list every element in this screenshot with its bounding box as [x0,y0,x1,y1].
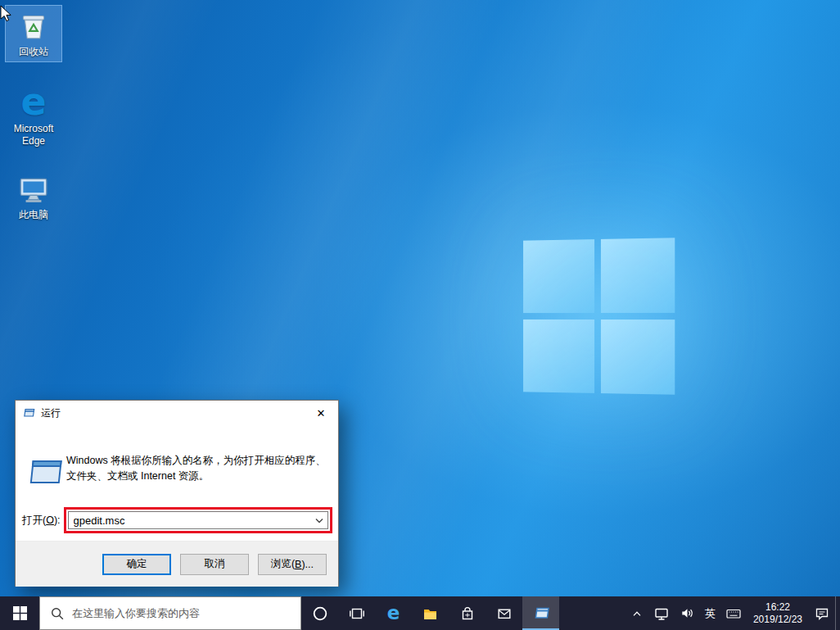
desktop-icon-microsoft-edge[interactable]: e Microsoft Edge [5,79,62,152]
edge-icon: e [20,83,46,120]
cancel-button[interactable]: 取消 [180,554,249,575]
search-icon [50,606,65,621]
taskbar-store-button[interactable] [449,596,485,630]
clock-date: 2019/12/23 [753,614,802,626]
chevron-up-icon [630,607,644,620]
action-center-button[interactable] [809,596,835,630]
browse-label-pre: 浏览( [271,557,295,571]
recycle-bin-icon [16,9,51,43]
mail-icon [496,605,513,622]
open-label-post: ): [54,514,61,526]
ime-label: 英 [705,606,716,621]
open-label-pre: 打开( [22,514,46,526]
taskbar: 在这里输入你要搜索的内容 e [0,596,840,630]
task-view-icon [349,605,365,622]
edge-icon: e [387,604,400,623]
start-button[interactable] [0,596,39,630]
cortana-button[interactable] [301,596,338,630]
speaker-icon [680,605,695,621]
open-row: 打开(O): [22,507,332,533]
system-tray: 英 16:22 2019/12/23 [625,596,840,630]
open-label-key: O [46,514,54,526]
ok-button[interactable]: 确定 [102,554,171,575]
run-input[interactable] [69,512,311,528]
taskbar-search[interactable]: 在这里输入你要搜索的内容 [39,596,301,630]
desktop-icon-label: 此电脑 [19,209,48,221]
run-dialog: 运行 ✕ Windows 将根据你所输入的名称，为你打开相应的程序、文件夹、文档… [15,400,339,587]
desktop-icon-label: Microsoft Edge [7,123,60,147]
run-combobox[interactable] [68,511,328,529]
run-dialog-icon [22,406,35,419]
windows-logo [523,238,675,394]
cortana-icon [312,605,328,622]
run-dialog-description: Windows 将根据你所输入的名称，为你打开相应的程序、文件夹、文档或 Int… [66,453,335,485]
task-view-button[interactable] [338,596,375,630]
taskbar-file-explorer-button[interactable] [412,596,449,630]
clock-time: 16:22 [765,601,790,614]
windows-logo-pane [523,320,594,393]
taskbar-edge-button[interactable]: e [375,596,412,630]
run-dialog-title: 运行 [41,406,61,420]
browse-label-post: )... [301,559,314,570]
folder-icon [422,605,439,622]
chevron-down-icon [315,518,323,523]
run-dialog-titlebar[interactable]: 运行 ✕ [16,401,338,425]
show-desktop-button[interactable] [835,596,840,630]
windows-logo-pane [601,238,675,313]
browse-button[interactable]: 浏览(B)... [258,554,327,575]
tray-touch-keyboard-button[interactable] [720,596,747,630]
tray-clock[interactable]: 16:22 2019/12/23 [747,601,809,626]
action-center-icon [814,605,830,622]
desktop-icons: 回收站 e Microsoft Edge 此电脑 [5,5,62,225]
tray-ime-indicator[interactable]: 英 [700,596,720,630]
network-icon [653,605,670,622]
dropdown-arrow[interactable] [311,512,327,528]
run-dialog-footer: 确定 取消 浏览(B)... [16,541,338,587]
tray-network-button[interactable] [648,596,675,630]
close-button[interactable]: ✕ [304,401,338,425]
store-icon [459,605,476,622]
run-dialog-content: Windows 将根据你所输入的名称，为你打开相应的程序、文件夹、文档或 Int… [16,425,338,541]
tray-hidden-icons-button[interactable] [625,596,648,630]
desktop-icon-recycle-bin[interactable]: 回收站 [5,5,62,62]
open-label: 打开(O): [22,514,61,528]
desktop-icon-label: 回收站 [19,46,48,58]
screen: 回收站 e Microsoft Edge 此电脑 [0,0,840,630]
windows-logo-pane [523,239,594,313]
desktop-icon-this-pc[interactable]: 此电脑 [5,168,62,225]
close-icon: ✕ [317,407,326,419]
start-icon [13,606,27,620]
taskbar-run-app-button[interactable] [522,596,559,630]
this-pc-icon [16,172,52,206]
keyboard-icon [725,605,742,622]
taskbar-mail-button[interactable] [485,596,522,630]
annotation-highlight [64,507,332,533]
browse-label-key: B [295,559,301,570]
search-placeholder: 在这里输入你要搜索的内容 [72,606,200,621]
run-app-icon [533,605,549,621]
windows-logo-pane [601,320,675,395]
tray-volume-button[interactable] [675,596,700,630]
run-icon [29,458,65,487]
